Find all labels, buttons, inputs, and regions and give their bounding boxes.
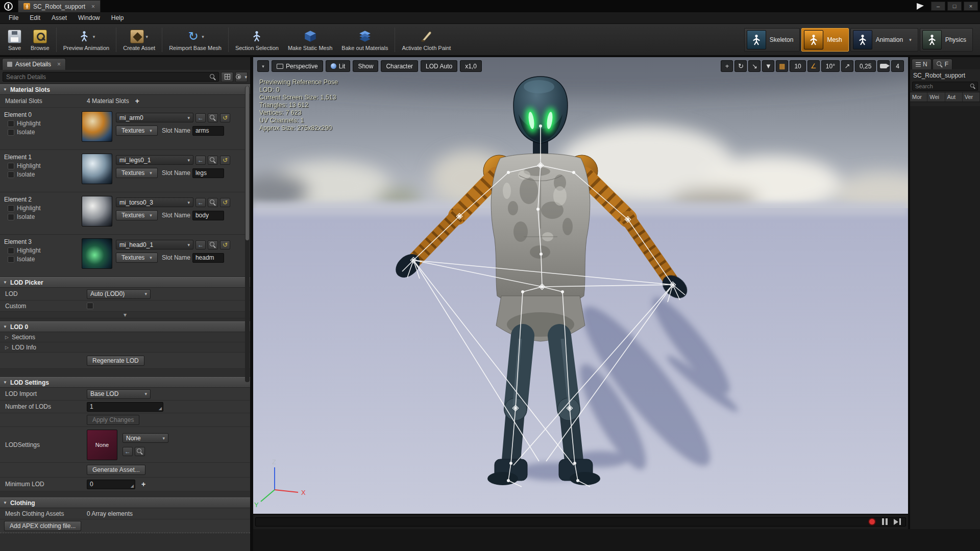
highlight-checkbox-row[interactable]: Highlight bbox=[4, 247, 82, 254]
browse-to-asset-button[interactable] bbox=[135, 447, 145, 456]
material-thumbnail[interactable] bbox=[82, 111, 112, 142]
isolate-checkbox[interactable] bbox=[8, 129, 14, 136]
display-filter-button[interactable] bbox=[221, 72, 233, 82]
column-header[interactable]: Wei bbox=[927, 92, 945, 102]
details-expander[interactable]: ▾ bbox=[0, 312, 250, 318]
expander-icon[interactable]: ▷ bbox=[5, 345, 9, 350]
minimum-lod-input[interactable] bbox=[87, 480, 135, 489]
isolate-checkbox-row[interactable]: Isolate bbox=[4, 129, 82, 136]
lodsettings-select[interactable]: None▾ bbox=[122, 433, 168, 443]
highlight-checkbox[interactable] bbox=[8, 247, 14, 254]
use-selected-asset-button[interactable]: ← bbox=[195, 113, 206, 122]
material-select[interactable]: mi_legs0_1▾ bbox=[116, 155, 193, 165]
morph-search-input[interactable] bbox=[912, 82, 978, 91]
chevron-down-icon[interactable]: ▾ bbox=[145, 34, 148, 39]
sections-row[interactable]: ▷Sections bbox=[0, 332, 250, 342]
isolate-checkbox-row[interactable]: Isolate bbox=[4, 171, 82, 178]
menu-window[interactable]: Window bbox=[72, 12, 106, 23]
highlight-checkbox-row[interactable]: Highlight bbox=[4, 162, 82, 169]
menu-file[interactable]: File bbox=[3, 12, 24, 23]
animation-timeline[interactable] bbox=[253, 514, 908, 529]
use-selected-asset-button[interactable]: ← bbox=[195, 156, 206, 165]
chevron-down-icon[interactable]: ▾ bbox=[93, 34, 95, 39]
character-button[interactable]: Character bbox=[381, 60, 418, 72]
morph-target-list[interactable] bbox=[910, 106, 980, 529]
panel-close-icon[interactable]: × bbox=[57, 61, 61, 68]
regenerate-lod-button[interactable]: Regenerate LOD bbox=[87, 356, 144, 366]
record-button[interactable] bbox=[868, 518, 876, 525]
mode-animation-button[interactable]: Animation ▾ bbox=[850, 28, 918, 52]
reset-to-default-button[interactable]: ↺ bbox=[220, 156, 230, 165]
make-static-mesh-button[interactable]: Make Static Mesh bbox=[283, 27, 337, 53]
tab-find[interactable]: F bbox=[933, 59, 952, 69]
scale-tool-button[interactable]: ↘ bbox=[748, 60, 761, 72]
viewport-options-button[interactable]: ▾ bbox=[257, 60, 269, 72]
reimport-base-mesh-button[interactable]: ↻ ▾ Reimport Base Mesh bbox=[164, 27, 226, 53]
chevron-down-icon[interactable]: ▾ bbox=[202, 34, 204, 39]
close-button[interactable]: × bbox=[964, 2, 978, 11]
lod-auto-button[interactable]: LOD Auto bbox=[421, 60, 457, 72]
highlight-checkbox-row[interactable]: Highlight bbox=[4, 120, 82, 127]
view-options-button[interactable]: ▾ bbox=[235, 72, 248, 82]
section-lod-settings[interactable]: ▼ LOD Settings bbox=[0, 377, 250, 388]
textures-button[interactable]: Textures▾ bbox=[116, 253, 158, 263]
browse-to-asset-button[interactable] bbox=[208, 113, 218, 122]
browse-button[interactable]: Browse bbox=[26, 27, 54, 53]
show-button[interactable]: Show bbox=[353, 60, 378, 72]
isolate-checkbox-row[interactable]: Isolate bbox=[4, 213, 82, 220]
add-apex-clothing-button[interactable]: Add APEX clothing file... bbox=[4, 521, 81, 531]
pause-button[interactable] bbox=[882, 518, 888, 525]
section-selection-button[interactable]: Section Selection bbox=[231, 27, 283, 53]
expander-icon[interactable]: ▷ bbox=[5, 335, 9, 340]
textures-button[interactable]: Textures▾ bbox=[116, 126, 158, 136]
number-of-lods-input[interactable] bbox=[87, 402, 163, 412]
move-tool-button[interactable]: + bbox=[721, 60, 733, 72]
browse-to-asset-button[interactable] bbox=[208, 156, 218, 165]
surface-snap-button[interactable]: ▼ bbox=[762, 60, 774, 72]
asset-editor-tab[interactable]: SC_Robot_support × bbox=[18, 0, 101, 12]
section-lod-picker[interactable]: ▼ LOD Picker bbox=[0, 277, 250, 288]
use-selected-asset-button[interactable]: ← bbox=[122, 447, 133, 456]
reset-to-default-button[interactable]: ↺ bbox=[220, 198, 230, 207]
menu-asset[interactable]: Asset bbox=[46, 12, 72, 23]
generate-asset-button[interactable]: Generate Asset... bbox=[87, 465, 145, 475]
section-clothing[interactable]: ▼ Clothing bbox=[0, 497, 250, 508]
isolate-checkbox[interactable] bbox=[8, 214, 14, 220]
playback-speed-button[interactable]: x1,0 bbox=[460, 60, 482, 72]
material-thumbnail[interactable] bbox=[82, 238, 112, 269]
activate-cloth-paint-button[interactable]: Activate Cloth Paint bbox=[397, 27, 455, 53]
drag-corner-icon[interactable]: ◢ bbox=[159, 406, 162, 411]
isolate-checkbox-row[interactable]: Isolate bbox=[4, 256, 82, 263]
search-details-input[interactable] bbox=[3, 72, 219, 82]
lod-select[interactable]: Auto (LOD0)▾ bbox=[87, 289, 151, 299]
browse-to-asset-button[interactable] bbox=[208, 240, 218, 249]
section-material-slots[interactable]: ▼ Material Slots bbox=[0, 84, 250, 95]
grid-snap-value[interactable]: 10 bbox=[790, 60, 805, 72]
highlight-checkbox-row[interactable]: Highlight bbox=[4, 205, 82, 212]
section-lod0[interactable]: ▼ LOD 0 bbox=[0, 321, 250, 332]
perspective-button[interactable]: Perspective bbox=[272, 60, 323, 72]
preview-animation-button[interactable]: ▾ Preview Animation bbox=[59, 27, 114, 53]
mode-skeleton-button[interactable]: Skeleton bbox=[744, 28, 800, 52]
viewport-canvas[interactable]: Z X Y bbox=[253, 57, 908, 514]
isolate-checkbox[interactable] bbox=[8, 171, 14, 178]
camera-speed-value[interactable]: 4 bbox=[891, 60, 904, 72]
column-header[interactable]: Aut bbox=[945, 92, 963, 102]
material-thumbnail[interactable] bbox=[82, 196, 112, 227]
save-button[interactable]: Save bbox=[3, 27, 26, 53]
textures-button[interactable]: Textures▾ bbox=[116, 210, 158, 220]
details-scrollbar[interactable] bbox=[245, 86, 250, 382]
lit-button[interactable]: Lit bbox=[326, 60, 351, 72]
custom-checkbox[interactable] bbox=[87, 303, 93, 309]
menu-help[interactable]: Help bbox=[106, 12, 130, 23]
reset-to-default-button[interactable]: ↺ bbox=[220, 113, 230, 122]
scrollbar-thumb[interactable] bbox=[246, 86, 249, 240]
isolate-checkbox[interactable] bbox=[8, 256, 14, 263]
add-material-slot-button[interactable]: + bbox=[135, 97, 139, 105]
apply-changes-button[interactable]: Apply Changes bbox=[87, 415, 139, 425]
drag-corner-icon[interactable]: ◢ bbox=[131, 484, 134, 488]
tab-skeleton-tree[interactable]: N bbox=[912, 59, 932, 69]
feedback-icon[interactable] bbox=[917, 3, 924, 10]
column-header[interactable]: Mor bbox=[910, 92, 927, 102]
rotation-snap-button[interactable]: ∠ bbox=[807, 60, 820, 72]
